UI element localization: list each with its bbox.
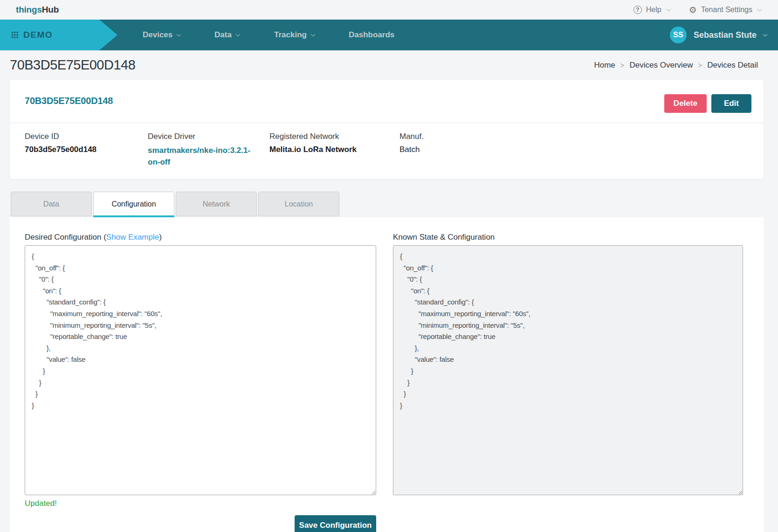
chevron-down-icon [757, 7, 762, 11]
nav-tracking-label: Tracking [274, 30, 307, 40]
main-navbar: DEMO Devices Data Tracking Dashboards SS… [0, 20, 778, 50]
manufacturer-label: Manuf. [399, 132, 424, 141]
device-tabs: Data Configuration Network Location [10, 192, 764, 216]
manufacturer-value: Batch [399, 145, 424, 154]
chevron-down-icon [235, 32, 240, 36]
nav-tracking[interactable]: Tracking [274, 20, 315, 50]
app-logo[interactable]: thingsHub [16, 5, 59, 15]
desired-configuration-column: Desired Configuration (Show Example) { "… [25, 233, 376, 508]
desired-configuration-textarea[interactable]: { "on_off": { "0": { "on": { "standard_c… [25, 245, 376, 495]
device-id-label: Device ID [25, 132, 148, 141]
nav-data[interactable]: Data [214, 20, 240, 50]
device-driver-link[interactable]: smartmakers/nke-ino:3.2.1-on-off [148, 145, 259, 168]
grid-icon [12, 32, 18, 38]
desired-configuration-label-close: ) [159, 233, 162, 242]
configuration-columns: Desired Configuration (Show Example) { "… [25, 233, 743, 508]
tab-network[interactable]: Network [176, 192, 257, 216]
help-label: Help [646, 6, 661, 14]
nav-dashboards[interactable]: Dashboards [349, 20, 394, 50]
delete-button[interactable]: Delete [664, 94, 707, 113]
device-id-field: Device ID 70b3d5e75e00d148 [25, 132, 148, 168]
device-driver-field: Device Driver smartmakers/nke-ino:3.2.1-… [148, 132, 269, 168]
tenant-settings-menu[interactable]: ⚙ Tenant Settings [689, 6, 761, 14]
tab-configuration[interactable]: Configuration [93, 192, 174, 216]
manufacturer-field: Manuf. Batch [399, 132, 424, 168]
device-card-actions: Delete Edit [664, 94, 751, 113]
registered-network-value: Melita.io LoRa Network [269, 145, 399, 154]
help-icon: ? [633, 6, 642, 14]
breadcrumb-separator: > [620, 61, 625, 69]
desired-configuration-label-text: Desired Configuration ( [25, 233, 106, 242]
top-bar: thingsHub ? Help ⚙ Tenant Settings [0, 0, 778, 20]
tenant-settings-label: Tenant Settings [701, 6, 752, 14]
show-example-link[interactable]: Show Example [106, 233, 159, 242]
configuration-panel: Desired Configuration (Show Example) { "… [10, 217, 764, 532]
nav-dashboards-label: Dashboards [349, 30, 394, 40]
breadcrumb-separator: > [698, 61, 702, 69]
known-state-textarea[interactable]: { "on_off": { "0": { "on": { "standard_c… [393, 245, 743, 495]
top-menu: ? Help ⚙ Tenant Settings [633, 6, 761, 14]
chevron-down-icon [310, 32, 315, 36]
device-card-header: 70B3D5E75E00D148 Delete Edit [10, 80, 764, 123]
nav-data-label: Data [214, 30, 232, 40]
edit-button[interactable]: Edit [711, 94, 751, 113]
registered-network-label: Registered Network [269, 132, 399, 141]
page-title: 70B3D5E75E00D148 [10, 57, 135, 73]
workspace-switcher[interactable]: DEMO [0, 20, 118, 50]
gear-icon: ⚙ [689, 6, 697, 14]
status-message: Updated! [25, 499, 376, 508]
chevron-down-icon [666, 7, 671, 11]
user-name: Sebastian Stute [694, 30, 757, 40]
device-driver-label: Device Driver [148, 132, 269, 141]
logo-hub: Hub [42, 5, 59, 14]
device-card-title: 70B3D5E75E00D148 [25, 96, 113, 106]
known-state-column: Known State & Configuration { "on_off": … [393, 233, 743, 508]
breadcrumb-home[interactable]: Home [594, 61, 615, 70]
breadcrumb-devices-overview[interactable]: Devices Overview [630, 61, 693, 70]
nav-devices[interactable]: Devices [143, 20, 180, 50]
device-id-value: 70b3d5e75e00d148 [25, 145, 148, 154]
content-container: 70B3D5E75E00D148 Home > Devices Overview… [10, 50, 764, 532]
workspace-name: DEMO [23, 30, 53, 40]
page-head: 70B3D5E75E00D148 Home > Devices Overview… [10, 50, 764, 80]
nav-devices-label: Devices [143, 30, 172, 40]
breadcrumb: Home > Devices Overview > Devices Detail [594, 61, 764, 70]
tab-location[interactable]: Location [258, 192, 339, 216]
save-configuration-button[interactable]: Save Configuration [295, 515, 376, 532]
device-info-row: Device ID 70b3d5e75e00d148 Device Driver… [10, 123, 764, 168]
known-state-label: Known State & Configuration [393, 233, 743, 241]
chevron-down-icon [763, 32, 768, 36]
breadcrumb-devices-detail: Devices Detail [707, 61, 758, 70]
user-menu[interactable]: SS Sebastian Stute [670, 20, 767, 50]
device-card: 70B3D5E75E00D148 Delete Edit Device ID 7… [10, 80, 764, 179]
logo-things: things [16, 5, 42, 14]
chevron-down-icon [177, 32, 181, 36]
desired-configuration-label: Desired Configuration (Show Example) [25, 233, 376, 241]
registered-network-field: Registered Network Melita.io LoRa Networ… [269, 132, 399, 168]
help-menu[interactable]: ? Help [633, 6, 670, 14]
avatar: SS [670, 27, 687, 43]
tab-data[interactable]: Data [11, 192, 92, 216]
